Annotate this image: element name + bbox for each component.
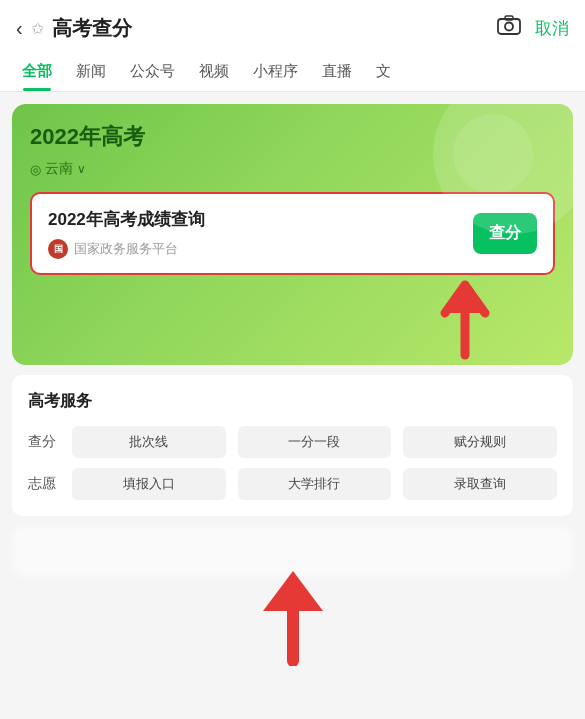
service-tag-yifenyiduan[interactable]: 一分一段 <box>238 426 392 458</box>
cancel-button[interactable]: 取消 <box>535 17 569 40</box>
tab-video[interactable]: 视频 <box>187 52 241 91</box>
svg-rect-2 <box>505 16 513 20</box>
star-icon[interactable]: ✩ <box>31 19 44 38</box>
query-button[interactable]: 查分 <box>473 213 537 254</box>
red-arrow-icon <box>435 275 495 365</box>
source-name: 国家政务服务平台 <box>74 240 178 258</box>
service-tag-daxue[interactable]: 大学排行 <box>238 468 392 500</box>
tab-all[interactable]: 全部 <box>10 52 64 91</box>
top-bar: ‹ ✩ 高考查分 取消 <box>0 0 585 52</box>
services-section: 高考服务 查分 批次线 一分一段 赋分规则 志愿 填报入口 大学排行 录取查询 <box>12 375 573 516</box>
tab-miniapp[interactable]: 小程序 <box>241 52 310 91</box>
tab-news[interactable]: 新闻 <box>64 52 118 91</box>
hero-card: 2022年高考 ◎ 云南 ∨ 2022年高考成绩查询 国 国家政务服务平台 查分 <box>12 104 573 365</box>
camera-icon[interactable] <box>497 14 521 42</box>
result-source: 国 国家政务服务平台 <box>48 239 459 259</box>
service-row2-label: 志愿 <box>28 475 60 493</box>
page-title: 高考查分 <box>52 15 132 42</box>
hero-location[interactable]: ◎ 云南 ∨ <box>30 160 555 178</box>
big-red-arrow-icon <box>258 566 328 666</box>
service-tag-luqu[interactable]: 录取查询 <box>403 468 557 500</box>
service-tag-pici[interactable]: 批次线 <box>72 426 226 458</box>
result-title: 2022年高考成绩查询 <box>48 208 459 231</box>
tab-live[interactable]: 直播 <box>310 52 364 91</box>
source-logo: 国 <box>48 239 68 259</box>
location-pin-icon: ◎ <box>30 162 41 177</box>
tab-public[interactable]: 公众号 <box>118 52 187 91</box>
result-info: 2022年高考成绩查询 国 国家政务服务平台 <box>48 208 459 259</box>
arrow-container <box>30 275 555 345</box>
top-bar-right: 取消 <box>497 14 569 42</box>
service-row1-label: 查分 <box>28 433 60 451</box>
tab-bar: 全部 新闻 公众号 视频 小程序 直播 文 <box>0 52 585 92</box>
top-bar-left: ‹ ✩ 高考查分 <box>16 15 132 42</box>
services-grid: 查分 批次线 一分一段 赋分规则 志愿 填报入口 大学排行 录取查询 <box>28 426 557 500</box>
location-name: 云南 <box>45 160 73 178</box>
svg-rect-0 <box>498 19 520 34</box>
svg-marker-5 <box>263 571 323 611</box>
chevron-down-icon: ∨ <box>77 162 86 176</box>
result-card-inner: 2022年高考成绩查询 国 国家政务服务平台 查分 <box>48 208 537 259</box>
tab-article[interactable]: 文 <box>364 52 403 91</box>
result-card: 2022年高考成绩查询 国 国家政务服务平台 查分 <box>30 192 555 275</box>
services-title: 高考服务 <box>28 391 557 412</box>
hero-year: 2022年高考 <box>30 122 555 152</box>
back-icon[interactable]: ‹ <box>16 17 23 40</box>
svg-point-1 <box>505 23 513 31</box>
service-tag-fufen[interactable]: 赋分规则 <box>403 426 557 458</box>
main-content: 2022年高考 ◎ 云南 ∨ 2022年高考成绩查询 国 国家政务服务平台 查分 <box>0 92 585 678</box>
big-arrow-wrap <box>12 566 573 666</box>
service-tag-tianbao[interactable]: 填报入口 <box>72 468 226 500</box>
